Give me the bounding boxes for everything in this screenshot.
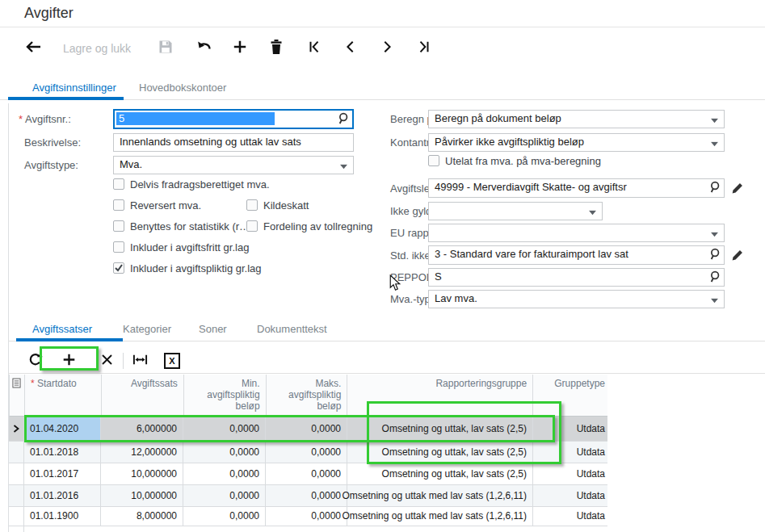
checkbox-delvis[interactable]: Delvis fradragsberettiget mva. <box>113 178 270 191</box>
edit-pencil-icon[interactable] <box>731 182 743 198</box>
cell-min[interactable]: 0,0000 <box>183 442 266 463</box>
avgiftstype-select[interactable]: Mva. <box>113 156 354 174</box>
eu-kode-select[interactable] <box>428 224 725 242</box>
export-excel-button[interactable]: X <box>162 351 183 371</box>
chevron-down-icon <box>340 159 347 171</box>
checkbox-kildeskatt[interactable]: Kildeskatt <box>246 199 309 212</box>
next-record-button[interactable] <box>376 39 397 58</box>
col-header-maks[interactable]: Maks. avgiftspliktig beløp <box>267 375 348 416</box>
cell-gruppetype[interactable]: Utdata <box>533 463 607 484</box>
back-arrow-icon <box>24 40 42 57</box>
first-record-button[interactable] <box>304 39 325 58</box>
tab-avgiftsinnstillinger[interactable]: Avgiftsinnstillinger <box>32 82 116 94</box>
row-selector-cell[interactable] <box>9 417 24 441</box>
beskrivelse-input[interactable]: Innenlands omsetning og uttak lav sats <box>113 133 354 152</box>
row-selector-cell[interactable] <box>9 442 24 463</box>
checkbox-box[interactable] <box>246 220 258 232</box>
lookup-magnifier-icon[interactable] <box>708 270 721 285</box>
row-selector-header[interactable] <box>10 375 25 416</box>
checkbox-box[interactable] <box>246 199 258 211</box>
lookup-magnifier-icon[interactable] <box>708 181 721 195</box>
back-button[interactable] <box>23 39 44 58</box>
checkbox-fordeling[interactable]: Fordeling av tollregning <box>246 220 372 232</box>
checkbox-box[interactable] <box>113 241 124 253</box>
avgiftsnr-input[interactable]: 5 <box>113 109 354 129</box>
cell-rapporteringsgruppe[interactable]: Omsetning og uttak med lav sats (1,2,6,1… <box>347 485 533 506</box>
grid-delete-row-button[interactable] <box>96 351 117 371</box>
save-floppy-icon <box>158 39 174 58</box>
previous-record-button[interactable] <box>340 39 361 58</box>
active-tab-underline <box>8 97 124 100</box>
col-header-min[interactable]: Min. avgiftspliktig beløp <box>184 375 267 416</box>
checkbox-reversert[interactable]: Reversert mva. <box>113 199 201 212</box>
chevron-down-icon <box>711 293 718 305</box>
add-record-button[interactable] <box>229 39 250 58</box>
last-record-button[interactable] <box>414 39 435 58</box>
required-marker: * <box>19 113 23 125</box>
row-selector-cell[interactable] <box>9 507 24 526</box>
chevron-down-icon <box>711 227 718 239</box>
checkbox-box[interactable] <box>113 220 124 232</box>
kontantrabatt-select[interactable]: Påvirker ikke avgiftspliktig beløp <box>428 133 725 152</box>
save-and-close-button[interactable]: Lagre og lukk <box>63 42 131 55</box>
avgiftsleverandor-input[interactable]: 49999 - Merverdiavgift Skatte- og avgift… <box>428 178 725 198</box>
lookup-magnifier-icon[interactable] <box>337 112 349 127</box>
cell-avgiftssats[interactable]: 12,000000 <box>101 442 183 463</box>
checkbox-statistikk[interactable]: Benyttes for statistikk (r… <box>113 220 250 232</box>
save-button[interactable] <box>155 39 176 58</box>
cell-startdato[interactable]: 01.01.2018 <box>24 442 101 463</box>
undo-button[interactable] <box>194 39 215 58</box>
tab-hovedbokskontoer[interactable]: Hovedbokskontoer <box>139 82 226 94</box>
cell-startdato[interactable]: 01.01.2016 <box>24 485 101 506</box>
table-row[interactable]: 01.01.1900 8,000000 0,0000 0,0000 Omsetn… <box>9 507 607 526</box>
cell-min[interactable]: 0,0000 <box>183 507 266 526</box>
current-row-arrow-icon <box>13 417 19 442</box>
cell-gruppetype[interactable]: Utdata <box>533 507 607 526</box>
cell-startdato[interactable]: 01.01.1900 <box>24 507 101 526</box>
tab-avgiftssatser[interactable]: Avgiftssatser <box>32 323 92 335</box>
fit-width-button[interactable] <box>129 351 150 371</box>
checkbox-box[interactable] <box>428 155 439 166</box>
table-row[interactable]: 01.01.2016 10,000000 0,0000 0,0000 Omset… <box>9 485 607 507</box>
peppol-input[interactable]: S <box>428 268 725 287</box>
tab-kategorier[interactable]: Kategorier <box>123 323 171 335</box>
tab-soner[interactable]: Soner <box>199 323 227 335</box>
tab-dokumenttekst[interactable]: Dokumenttekst <box>257 323 327 335</box>
checkbox-box[interactable] <box>113 199 124 211</box>
col-header-avgiftssats[interactable]: Avgiftssats <box>102 375 184 416</box>
beregn-select[interactable]: Beregn på dokument beløp <box>428 110 725 128</box>
grid-toolbar-divider <box>8 373 765 374</box>
lookup-magnifier-icon[interactable] <box>708 248 721 262</box>
row-selector-cell[interactable] <box>9 463 24 484</box>
cell-maks[interactable]: 0,0000 <box>266 507 347 526</box>
cell-avgiftssats[interactable]: 8,000000 <box>101 507 183 526</box>
checkbox-utelat[interactable]: Utelat fra mva. på mva-beregning <box>428 155 601 167</box>
cell-rapporteringsgruppe[interactable]: Omsetning og uttak, lav sats (2,5) <box>347 463 533 484</box>
ikke-gyldig-select[interactable] <box>428 202 603 220</box>
cell-avgiftssats[interactable]: 10,000000 <box>101 463 183 484</box>
col-header-startdato[interactable]: * Startdato <box>25 375 102 416</box>
avgiftsnr-label: * Avgiftsnr.: <box>19 113 71 125</box>
edit-pencil-icon[interactable] <box>731 249 743 265</box>
checkbox-box[interactable] <box>113 178 124 190</box>
excel-export-icon: X <box>164 353 180 369</box>
checkbox-avgiftspliktig[interactable]: Inkluder i avgiftspliktig gr.lag <box>113 262 262 274</box>
cell-min[interactable]: 0,0000 <box>183 463 266 484</box>
row-selector-cell[interactable] <box>9 485 24 506</box>
cell-rapporteringsgruppe[interactable]: Omsetning og uttak med lav sats (1,2,6,1… <box>347 507 533 526</box>
cell-min[interactable]: 0,0000 <box>183 485 266 506</box>
chevron-left-icon <box>343 40 358 57</box>
checkbox-avgiftsfritt[interactable]: Inkluder i avgiftsfritt gr.lag <box>113 241 249 253</box>
cell-avgiftssats[interactable]: 10,000000 <box>101 485 183 506</box>
cell-maks[interactable]: 0,0000 <box>266 485 347 506</box>
cell-gruppetype[interactable]: Utdata <box>533 485 607 506</box>
table-row[interactable]: 01.01.2017 10,000000 0,0000 0,0000 Omset… <box>9 463 607 485</box>
page-title: Avgifter <box>24 5 74 22</box>
delete-record-button[interactable] <box>266 39 287 58</box>
visma-xml-select[interactable]: Lav mva. <box>428 290 725 308</box>
cell-maks[interactable]: 0,0000 <box>266 442 347 463</box>
checkbox-box-checked[interactable] <box>113 262 124 274</box>
cell-maks[interactable]: 0,0000 <box>266 463 347 484</box>
cell-startdato[interactable]: 01.01.2017 <box>24 463 101 484</box>
std-vare-input[interactable]: 3 - Standard vare for fakturaimport lav … <box>428 245 725 265</box>
